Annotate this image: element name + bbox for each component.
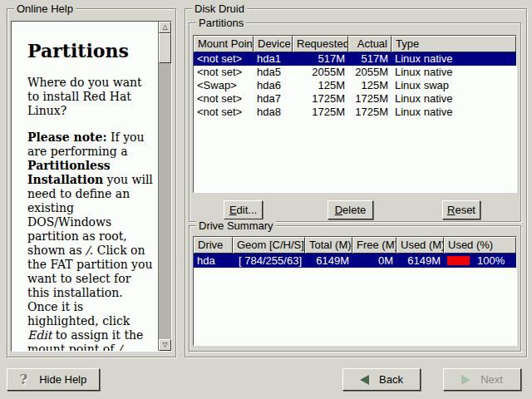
cell-mount-point: <not set> (194, 92, 254, 106)
cell-drive: hda (194, 254, 233, 268)
partition-row[interactable]: <not set> hda8 1725M 1725M Linux native (194, 106, 516, 119)
drive-summary-table: Drive Geom [C/H/S] Total (M) Free (M) Us… (193, 236, 517, 346)
cell-actual: 517M (348, 52, 392, 66)
cell-type: Linux native (392, 106, 516, 119)
help-note-italic: Edit (27, 328, 52, 342)
partitions-frame-label: Partitions (196, 17, 246, 29)
help-note-bold: Please note: (27, 131, 107, 144)
cell-mount-point: <Swap> (194, 79, 254, 92)
disk-druid-frame-label: Disk Druid (192, 2, 247, 15)
scrollbar-track[interactable] (159, 33, 171, 339)
partitions-section: Partitions Mount Point Device Requested … (189, 22, 521, 222)
help-note-bold: Partitionless Installation (27, 159, 111, 186)
cell-requested: 125M (293, 79, 348, 92)
partitions-table: Mount Point Device Requested Actual Type… (193, 35, 517, 193)
cell-free: 0M (352, 254, 397, 268)
cell-total: 6149M (305, 254, 352, 268)
partition-row[interactable]: <not set> hda1 517M 517M Linux native (194, 52, 516, 66)
online-help-frame-label: Online Help (14, 2, 76, 15)
column-header-used-pct[interactable]: Used (%) (444, 237, 516, 254)
help-content-area: Partitions Where do you want to install … (11, 21, 172, 352)
help-scrollbar[interactable]: △ ▽ (158, 22, 171, 351)
column-header-free[interactable]: Free (M) (352, 237, 397, 254)
cell-type: Linux native (392, 66, 516, 79)
delete-button-label: D (335, 204, 342, 216)
cell-requested: 517M (293, 52, 348, 66)
scroll-down-button[interactable]: ▽ (159, 339, 171, 351)
cell-mount-point: <not set> (194, 106, 254, 119)
back-arrow-icon (360, 375, 369, 385)
column-header-geom[interactable]: Geom [C/H/S] (233, 237, 305, 254)
drive-summary-section: Drive Summary Drive Geom [C/H/S] Total (… (189, 225, 521, 352)
cell-type: Linux swap (392, 79, 516, 92)
column-header-drive[interactable]: Drive (194, 237, 233, 254)
help-note-italic: / (118, 342, 122, 351)
cell-device: hda1 (254, 52, 293, 66)
help-intro: Where do you want to install Red Hat Lin… (27, 76, 155, 118)
cell-geom: [ 784/255/63] (233, 254, 305, 268)
cell-device: hda5 (254, 66, 293, 79)
hide-help-button-label: Hide Help (39, 373, 86, 386)
cell-used-pct: 100% (444, 254, 516, 268)
cell-device: hda6 (254, 79, 293, 92)
column-header-actual[interactable]: Actual (348, 36, 392, 52)
reset-button-label: eset (455, 204, 475, 216)
column-header-type[interactable]: Type (392, 36, 516, 52)
cell-mount-point: <not set> (194, 66, 254, 79)
next-arrow-icon (461, 375, 470, 385)
drive-summary-table-header: Drive Geom [C/H/S] Total (M) Free (M) Us… (194, 237, 516, 254)
partition-row[interactable]: <not set> hda7 1725M 1725M Linux native (194, 92, 516, 106)
next-button-label: Next (480, 373, 503, 386)
partition-row[interactable]: <not set> hda5 2055M 2055M Linux native (194, 66, 516, 79)
back-button-label: Back (379, 373, 403, 386)
back-button[interactable]: Back (342, 368, 421, 391)
scroll-up-button[interactable]: △ (159, 22, 171, 33)
cell-used-m: 6149M (397, 254, 444, 268)
edit-button-label: dit... (237, 204, 258, 216)
partitions-table-header: Mount Point Device Requested Actual Type (194, 36, 516, 52)
cell-requested: 1725M (293, 92, 348, 106)
used-percent-label: 100% (477, 254, 505, 268)
help-question-icon: ? (20, 372, 27, 387)
disk-druid-panel: Disk Druid Partitions Mount Point Device… (185, 8, 527, 357)
cell-device: hda8 (254, 106, 293, 119)
cell-requested: 1725M (293, 106, 348, 119)
delete-button-label: elete (342, 204, 366, 216)
scroll-up-icon: △ (162, 23, 167, 31)
column-header-device[interactable]: Device (254, 36, 293, 52)
cell-actual: 125M (348, 79, 392, 92)
online-help-panel: Online Help Partitions Where do you want… (7, 8, 176, 357)
help-text: Partitions Where do you want to install … (12, 22, 158, 351)
column-header-used-m[interactable]: Used (M) (397, 237, 444, 254)
scrollbar-thumb[interactable] (159, 33, 171, 63)
cell-actual: 1725M (348, 106, 392, 119)
next-button[interactable]: Next (443, 368, 521, 391)
cell-device: hda7 (254, 92, 293, 106)
column-header-requested[interactable]: Requested (293, 36, 348, 52)
hide-help-button[interactable]: ? Hide Help (7, 368, 100, 391)
cell-mount-point: <not set> (194, 52, 254, 66)
help-note: Please note: If you are performing a Par… (27, 131, 155, 351)
drive-summary-frame-label: Drive Summary (196, 219, 276, 232)
drive-row[interactable]: hda [ 784/255/63] 6149M 0M 6149M 100% (194, 254, 516, 268)
cell-type: Linux native (392, 52, 516, 66)
cell-requested: 2055M (293, 66, 348, 79)
cell-type: Linux native (392, 92, 516, 106)
column-header-total[interactable]: Total (M) (305, 237, 352, 254)
column-header-mount-point[interactable]: Mount Point (194, 36, 254, 52)
delete-button[interactable]: Delete (328, 200, 373, 219)
help-title: Partitions (27, 40, 155, 62)
reset-button-label: R (447, 204, 455, 216)
cell-actual: 2055M (348, 66, 392, 79)
edit-button-label: E (229, 204, 237, 216)
partition-row[interactable]: <Swap> hda6 125M 125M Linux swap (194, 79, 516, 92)
cell-actual: 1725M (348, 92, 392, 106)
scroll-down-icon: ▽ (162, 341, 167, 348)
edit-button[interactable]: Edit... (224, 200, 263, 219)
reset-button[interactable]: Reset (442, 200, 480, 219)
used-percent-bar (447, 256, 470, 265)
